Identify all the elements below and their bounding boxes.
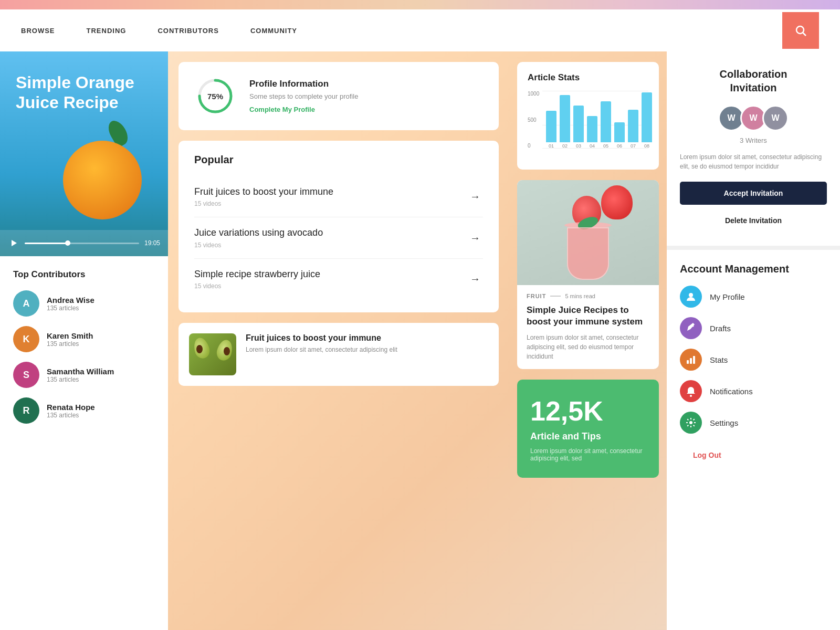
chart-label: 06 [617, 143, 622, 149]
stats-label: Stats [710, 355, 728, 364]
y-label-1000: 1000 [528, 91, 543, 97]
popular-item-2-videos: 15 videos [194, 242, 323, 249]
svg-point-0 [796, 26, 804, 34]
featured-text: Fruit juices to boost your immune Lorem … [246, 333, 397, 353]
middle-column: 75% Profile Information Some steps to co… [168, 51, 509, 630]
navigation: BROWSE TRENDING CONTRIBUTORS COMMUNITY [0, 9, 840, 51]
collaboration-section: CollaborationInvitation W W W 3 Writers … [667, 51, 840, 250]
avocado-image [189, 333, 236, 375]
y-label-0: 0 [528, 143, 543, 149]
search-button[interactable] [782, 12, 819, 49]
popular-item-1-title: Fruit juices to boost your immune [194, 186, 333, 198]
video-card: Simple OrangeJuice Recipe 19:05 [0, 51, 168, 256]
nav-browse[interactable]: BROWSE [21, 27, 55, 35]
chart-label: 08 [644, 143, 649, 149]
progress-bar[interactable] [25, 243, 139, 244]
read-time: 5 mins read [565, 293, 595, 299]
avatar: R [13, 397, 39, 424]
progress-fill [25, 243, 70, 244]
drafts-icon [680, 317, 702, 339]
stat-label: Article and Tips [530, 431, 646, 442]
svg-rect-8 [690, 358, 692, 364]
account-item-settings[interactable]: Settings [680, 412, 827, 434]
contributor-info: Andrea Wise 135 articles [47, 296, 94, 312]
popular-item-3[interactable]: Simple recipe strawberry juice 15 videos… [194, 259, 483, 299]
nav-community[interactable]: COMMUNITY [250, 27, 297, 35]
stats-title: Article Stats [528, 72, 648, 83]
y-label-500: 500 [528, 117, 543, 123]
chart-bar [560, 95, 570, 142]
contributor-item: A Andrea Wise 135 articles [13, 290, 155, 317]
stats-icon [680, 349, 702, 371]
nav-trending[interactable]: TRENDING [87, 27, 127, 35]
video-title: Simple OrangeJuice Recipe [16, 72, 152, 113]
green-stat-card: 12,5K Article and Tips Lorem ipsum dolor… [517, 380, 659, 478]
chart-bar-group: 04 [587, 116, 597, 149]
chart-label: 02 [562, 143, 568, 149]
featured-article-card: Fruit juices to boost your immune Lorem … [178, 323, 499, 386]
contributor-item: S Samantha William 135 articles [13, 362, 155, 388]
account-item-stats[interactable]: Stats [680, 349, 827, 371]
account-item-my-profile[interactable]: My Profile [680, 286, 827, 308]
nav-contributors[interactable]: CONTRIBUTORS [158, 27, 218, 35]
chart-bar-group: 07 [628, 110, 638, 149]
svg-point-6 [692, 326, 694, 327]
fruit-tag-text: FRUIT [527, 293, 546, 299]
tag-separator [550, 296, 561, 297]
chart-bar-group: 06 [614, 122, 625, 149]
stat-description: Lorem ipsum dolor sit amet, consectetur … [530, 447, 646, 462]
svg-point-5 [689, 293, 693, 297]
popular-item-2[interactable]: Juice variations using avocado 15 videos… [194, 217, 483, 258]
play-button[interactable] [8, 237, 19, 249]
contributor-name: Karen Smith [47, 331, 93, 340]
chart-bar-group: 02 [560, 95, 570, 149]
arrow-icon: → [467, 271, 483, 287]
strawberry-image [517, 180, 659, 285]
writer-avatar-3: W [762, 105, 789, 131]
arrow-icon: → [467, 189, 483, 205]
contributor-info: Renata Hope 135 articles [47, 403, 95, 419]
chart-bar-group: 03 [573, 106, 584, 149]
accept-invitation-button[interactable]: Accept Invitation [680, 182, 827, 205]
delete-invitation-button[interactable]: Delete Invitation [680, 211, 827, 230]
popular-item-1-videos: 15 videos [194, 200, 333, 207]
featured-description: Lorem ipsum dolor sit amet, consectetur … [246, 346, 397, 353]
chart-label: 07 [631, 143, 636, 149]
grid-line-top [542, 91, 648, 91]
chart-label: 03 [576, 143, 581, 149]
popular-item-2-info: Juice variations using avocado 15 videos [194, 227, 323, 248]
collaboration-description: Lorem ipsum dolor sit amet, consectetur … [680, 152, 827, 171]
account-item-notifications[interactable]: Notifications [680, 380, 827, 402]
article-excerpt: Lorem ipsum dolor sit amet, consectetur … [527, 333, 649, 361]
contributor-articles: 135 articles [47, 304, 94, 312]
svg-point-10 [690, 395, 692, 397]
my-profile-label: My Profile [710, 292, 745, 301]
contributor-articles: 135 articles [47, 340, 93, 348]
popular-item-3-title: Simple recipe strawberry juice [194, 268, 320, 280]
smoothie-glass [567, 227, 609, 280]
avatar: K [13, 326, 39, 352]
contributor-item: K Karen Smith 135 articles [13, 326, 155, 352]
chart-bar [546, 111, 556, 142]
right-mid-column: Article Stats 1000 500 0 01 [509, 51, 667, 630]
complete-profile-link[interactable]: Complete My Profile [249, 106, 315, 113]
top-gradient-bar [0, 0, 840, 9]
chart-bar [628, 110, 638, 142]
stat-number: 12,5K [530, 395, 646, 427]
strawberry-content: FRUIT 5 mins read Simple Juice Recipes t… [517, 285, 659, 369]
logout-link[interactable]: Log Out [680, 443, 827, 467]
main-layout: Simple OrangeJuice Recipe 19:05 Top Cont… [0, 51, 840, 630]
account-item-drafts[interactable]: Drafts [680, 317, 827, 339]
chart-bar [642, 92, 652, 142]
collaboration-title: CollaborationInvitation [680, 67, 827, 94]
avatar: S [13, 362, 39, 388]
orange-image [63, 141, 142, 219]
nav-items: BROWSE TRENDING CONTRIBUTORS COMMUNITY [21, 27, 782, 35]
strawberry-1 [601, 185, 633, 219]
account-management-section: Account Management My Profile [667, 250, 840, 480]
popular-item-3-info: Simple recipe strawberry juice 15 videos [194, 268, 320, 290]
contributor-info: Samantha William 135 articles [47, 367, 114, 383]
popular-item-1[interactable]: Fruit juices to boost your immune 15 vid… [194, 176, 483, 217]
contributor-articles: 135 articles [47, 376, 114, 383]
my-profile-icon [680, 286, 702, 308]
